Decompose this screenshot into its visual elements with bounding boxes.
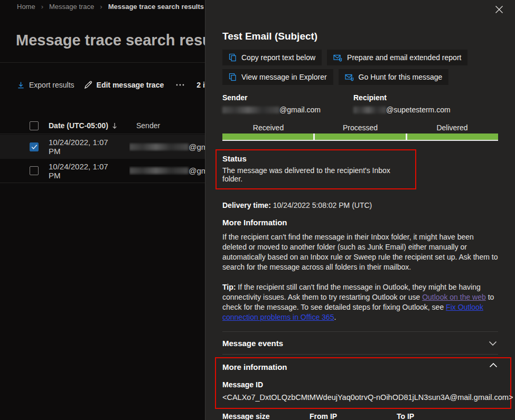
copy-report-label: Copy report text below bbox=[241, 53, 315, 62]
delivery-time-value: 10/24/2022 5:08:02 PM (UTC) bbox=[273, 201, 372, 209]
breadcrumb-message-trace[interactable]: Message trace bbox=[49, 3, 94, 11]
column-header-date-label: Date (UTC-05:00) bbox=[49, 121, 108, 130]
title-divider bbox=[0, 62, 205, 63]
copy-report-button[interactable]: Copy report text below bbox=[222, 50, 322, 65]
progress-segment-delivered bbox=[406, 133, 498, 140]
column-header-sender[interactable]: Sender bbox=[136, 121, 160, 130]
close-icon[interactable] bbox=[495, 5, 505, 16]
chevron-up-icon[interactable] bbox=[489, 362, 498, 368]
edit-message-trace-label: Edit message trace bbox=[97, 81, 164, 89]
recipient-field: Recipient @supetesterm.com bbox=[353, 93, 498, 114]
table-header-row: Date (UTC-05:00) Sender bbox=[0, 117, 205, 134]
message-events-expander[interactable]: Message events bbox=[222, 332, 498, 354]
more-information-annotation-box: More information Message ID <CALXo7_DxtO… bbox=[215, 357, 511, 409]
more-commands-icon[interactable] bbox=[173, 81, 187, 89]
command-bar: Export results Edit message trace 2 item… bbox=[17, 81, 222, 89]
tip-paragraph: Tip: If the recipient still can't find t… bbox=[222, 282, 498, 322]
recipient-domain: @supetesterm.com bbox=[386, 106, 451, 114]
export-results-label: Export results bbox=[29, 81, 74, 89]
copy-icon bbox=[229, 53, 237, 62]
cell-date: 10/24/2022, 1:07 PM bbox=[49, 138, 120, 156]
prepare-extended-report-label: Prepare and email extended report bbox=[347, 53, 461, 62]
tip-label: Tip: bbox=[222, 283, 236, 291]
cell-sender: @gma bbox=[129, 142, 205, 151]
go-hunt-button[interactable]: Go Hunt for this message bbox=[339, 69, 449, 85]
table-row[interactable]: 10/24/2022, 1:07 PM @gma bbox=[0, 159, 205, 183]
from-ip-field: From IP 13.41.40.59 bbox=[310, 412, 397, 420]
breadcrumb: Home Message trace Message trace search … bbox=[17, 3, 204, 11]
email-icon bbox=[345, 73, 354, 81]
page-title: Message trace search results bbox=[16, 32, 230, 49]
panel-title: Test Email (Subject) bbox=[222, 0, 498, 42]
table-row[interactable]: 10/24/2022, 1:07 PM @gma bbox=[0, 135, 205, 159]
to-ip-label: To IP bbox=[397, 412, 498, 420]
recipient-label: Recipient bbox=[353, 93, 498, 102]
more-information-expander[interactable]: More information bbox=[222, 362, 498, 371]
stage-processed-label: Processed bbox=[314, 123, 406, 132]
sender-value: @gmail.com bbox=[222, 106, 353, 114]
recipient-value: @supetesterm.com bbox=[353, 106, 498, 114]
section-divider bbox=[222, 354, 498, 355]
view-in-explorer-button[interactable]: View message in Explorer bbox=[222, 69, 333, 85]
message-size-label: Message size bbox=[222, 412, 310, 420]
download-icon bbox=[17, 81, 25, 89]
breadcrumb-current: Message trace search results bbox=[108, 3, 204, 11]
table-header-divider bbox=[0, 133, 205, 134]
status-annotation-box: Status The message was delivered to the … bbox=[216, 149, 416, 189]
message-details-panel: Test Email (Subject) Copy report text be… bbox=[205, 0, 515, 420]
more-information-heading: More Information bbox=[222, 218, 498, 227]
panel-action-buttons: Copy report text below Prepare and email… bbox=[222, 50, 498, 85]
more-information-paragraph: If the recipient can't find the message … bbox=[222, 232, 498, 272]
sender-domain: @gma bbox=[189, 166, 205, 175]
outlook-on-the-web-link[interactable]: Outlook on the web bbox=[422, 293, 486, 301]
row-checkbox[interactable] bbox=[30, 142, 39, 151]
delivery-time: Delivery time: 10/24/2022 5:08:02 PM (UT… bbox=[222, 201, 498, 209]
redacted-sender bbox=[129, 144, 189, 150]
sender-label: Sender bbox=[222, 93, 353, 102]
prepare-extended-report-button[interactable]: Prepare and email extended report bbox=[327, 50, 467, 65]
to-ip-field: To IP bbox=[397, 412, 498, 420]
view-in-explorer-label: View message in Explorer bbox=[241, 73, 327, 81]
cell-sender: @gma bbox=[129, 166, 205, 175]
message-size-field: Message size 47.56 KB bbox=[222, 412, 310, 420]
checkmark-icon bbox=[31, 144, 38, 150]
more-information-box-heading: More information bbox=[222, 362, 287, 371]
redacted-sender bbox=[129, 167, 189, 174]
status-heading: Status bbox=[222, 154, 410, 163]
message-meta-section: Message size 47.56 KB From IP 13.41.40.5… bbox=[222, 412, 498, 420]
sender-domain: @gma bbox=[189, 142, 205, 151]
edit-message-trace-button[interactable]: Edit message trace bbox=[84, 81, 164, 89]
select-all-checkbox[interactable] bbox=[30, 121, 39, 130]
sort-descending-icon bbox=[111, 122, 118, 129]
redacted-recipient-address bbox=[353, 107, 386, 113]
stage-received-label: Received bbox=[222, 123, 314, 132]
from-ip-label: From IP bbox=[310, 412, 397, 420]
message-id-label: Message ID bbox=[222, 380, 498, 389]
breadcrumb-separator-icon bbox=[100, 3, 102, 11]
stage-delivered-label: Delivered bbox=[406, 123, 498, 132]
export-results-button[interactable]: Export results bbox=[17, 81, 74, 89]
progress-bar bbox=[222, 133, 498, 141]
sender-domain: @gmail.com bbox=[279, 106, 321, 114]
sender-recipient-section: Sender @gmail.com Recipient @supetesterm… bbox=[222, 93, 498, 114]
email-icon bbox=[333, 54, 342, 62]
redacted-sender-address bbox=[222, 107, 279, 113]
go-hunt-label: Go Hunt for this message bbox=[359, 73, 443, 81]
column-header-date[interactable]: Date (UTC-05:00) bbox=[49, 121, 127, 130]
message-id-value: <CALXo7_DxtOLQzbCMtMWdeujYaq0otrvQ-nOihO… bbox=[222, 393, 498, 402]
progress-segment-processed bbox=[313, 133, 406, 140]
message-events-label: Message events bbox=[222, 339, 283, 348]
delivery-time-label: Delivery time: bbox=[222, 201, 271, 209]
status-text: The message was delivered to the recipie… bbox=[222, 166, 410, 183]
breadcrumb-separator-icon bbox=[41, 3, 43, 11]
sender-field: Sender @gmail.com bbox=[222, 93, 353, 114]
pencil-icon bbox=[84, 81, 92, 89]
tip-text: . bbox=[334, 313, 336, 321]
breadcrumb-home[interactable]: Home bbox=[17, 3, 35, 11]
row-checkbox[interactable] bbox=[30, 166, 39, 175]
chevron-down-icon[interactable] bbox=[489, 341, 497, 346]
delivery-progress: Received Processed Delivered bbox=[222, 123, 498, 141]
copy-icon bbox=[229, 73, 237, 81]
cell-date: 10/24/2022, 1:07 PM bbox=[49, 162, 120, 180]
progress-segment-received bbox=[222, 133, 313, 140]
